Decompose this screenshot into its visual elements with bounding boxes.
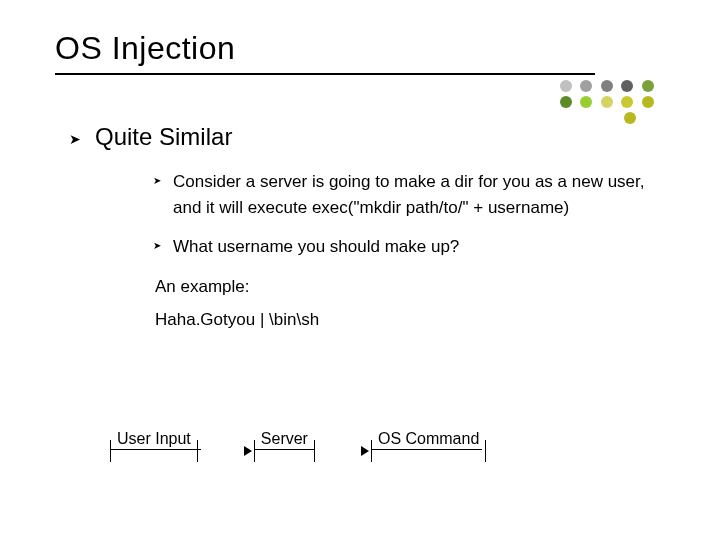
bullet-level2: ➤ Consider a server is going to make a d… [135, 169, 670, 220]
bullet-level1: ➤ Quite Similar [55, 123, 670, 151]
arrow-right-icon [361, 446, 369, 456]
flow-label: Server [255, 430, 314, 448]
level2-text: Consider a server is going to make a dir… [173, 169, 670, 220]
decorative-dots [558, 78, 718, 126]
title-underline [55, 73, 595, 75]
dot-icon [621, 80, 633, 92]
dot-icon [642, 96, 654, 108]
dot-icon [560, 80, 572, 92]
dot-icon [601, 80, 613, 92]
bullet-level2: ➤ What username you should make up? [135, 234, 670, 260]
flow-box-os-command: OS Command [371, 440, 486, 462]
slide-title: OS Injection [55, 30, 670, 67]
dot-icon [601, 96, 613, 108]
triangle-bullet-icon: ➤ [153, 175, 161, 186]
level2-text: What username you should make up? [173, 234, 459, 260]
flow-underline [255, 449, 315, 450]
level1-text: Quite Similar [95, 123, 232, 151]
dot-icon [642, 80, 654, 92]
flow-underline [372, 449, 482, 450]
dot-icon [580, 96, 592, 108]
dot-icon [624, 112, 636, 124]
dot-icon [560, 96, 572, 108]
example-label: An example: [155, 274, 670, 300]
tick-mark [314, 440, 315, 462]
arrow-right-icon [244, 446, 252, 456]
tick-mark [197, 440, 198, 462]
flow-label: User Input [111, 430, 197, 448]
triangle-bullet-icon: ➤ [69, 131, 81, 147]
flow-underline [111, 449, 201, 450]
triangle-bullet-icon: ➤ [153, 240, 161, 251]
dot-icon [580, 80, 592, 92]
flow-box-user-input: User Input [110, 440, 198, 462]
flow-label: OS Command [372, 430, 485, 448]
dot-icon [621, 96, 633, 108]
flow-box-server: Server [254, 440, 315, 462]
tick-mark [485, 440, 486, 462]
flow-diagram: User Input Server OS Command [110, 440, 486, 462]
example-code: Haha.Gotyou | \bin\sh [155, 307, 670, 333]
